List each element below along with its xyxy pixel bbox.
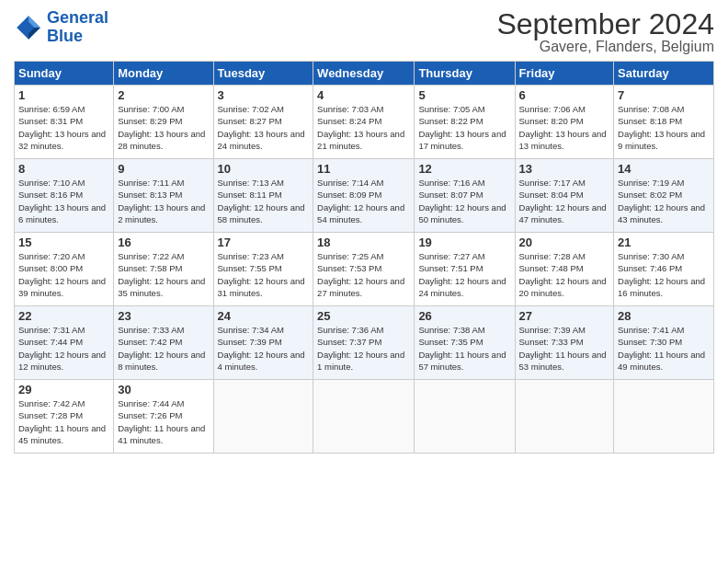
- day-detail: Sunrise: 7:39 AMSunset: 7:33 PMDaylight:…: [519, 325, 607, 372]
- calendar-week-row: 29 Sunrise: 7:42 AMSunset: 7:28 PMDaylig…: [15, 380, 714, 454]
- day-detail: Sunrise: 7:17 AMSunset: 8:04 PMDaylight:…: [519, 178, 607, 224]
- day-detail: Sunrise: 7:36 AMSunset: 7:37 PMDaylight:…: [317, 325, 404, 372]
- day-number: 20: [519, 236, 610, 249]
- header-thursday: Thursday: [415, 62, 515, 86]
- day-detail: Sunrise: 7:08 AMSunset: 8:18 PMDaylight:…: [618, 104, 705, 151]
- day-number: 28: [618, 309, 710, 323]
- day-detail: Sunrise: 7:05 AMSunset: 8:22 PMDaylight:…: [418, 104, 506, 151]
- day-number: 3: [218, 88, 310, 102]
- calendar-week-row: 15 Sunrise: 7:20 AMSunset: 8:00 PMDaylig…: [15, 233, 714, 306]
- table-row: 2 Sunrise: 7:00 AMSunset: 8:29 PMDayligh…: [114, 86, 213, 159]
- day-detail: Sunrise: 7:27 AMSunset: 7:51 PMDaylight:…: [418, 251, 506, 298]
- day-number: 27: [519, 309, 610, 323]
- header-tuesday: Tuesday: [213, 62, 313, 86]
- day-detail: Sunrise: 7:03 AMSunset: 8:24 PMDaylight:…: [317, 104, 404, 151]
- day-number: 11: [317, 162, 410, 176]
- table-row: 3 Sunrise: 7:02 AMSunset: 8:27 PMDayligh…: [213, 86, 313, 159]
- day-detail: Sunrise: 7:30 AMSunset: 7:46 PMDaylight:…: [618, 251, 705, 298]
- table-row: 20 Sunrise: 7:28 AMSunset: 7:48 PMDaylig…: [515, 233, 614, 306]
- table-row: 10 Sunrise: 7:13 AMSunset: 8:11 PMDaylig…: [213, 159, 313, 233]
- day-number: 7: [618, 88, 710, 102]
- day-detail: Sunrise: 7:38 AMSunset: 7:35 PMDaylight:…: [418, 325, 506, 372]
- table-row: 1 Sunrise: 6:59 AMSunset: 8:31 PMDayligh…: [15, 86, 114, 159]
- table-row: 25 Sunrise: 7:36 AMSunset: 7:37 PMDaylig…: [313, 306, 415, 380]
- day-number: 1: [18, 88, 109, 102]
- day-number: 5: [418, 88, 510, 102]
- month-title: September 2024: [496, 9, 714, 39]
- day-detail: Sunrise: 7:44 AMSunset: 7:26 PMDaylight:…: [118, 398, 205, 445]
- table-row: 15 Sunrise: 7:20 AMSunset: 8:00 PMDaylig…: [15, 233, 114, 306]
- logo-icon: [14, 13, 43, 42]
- day-detail: Sunrise: 7:14 AMSunset: 8:09 PMDaylight:…: [317, 178, 404, 224]
- header-monday: Monday: [114, 62, 213, 86]
- calendar-week-row: 22 Sunrise: 7:31 AMSunset: 7:44 PMDaylig…: [15, 306, 714, 380]
- logo-line2: Blue: [47, 27, 83, 45]
- table-row: 27 Sunrise: 7:39 AMSunset: 7:33 PMDaylig…: [515, 306, 614, 380]
- day-number: 4: [317, 88, 410, 102]
- day-detail: Sunrise: 7:34 AMSunset: 7:39 PMDaylight:…: [218, 325, 305, 372]
- table-row: 5 Sunrise: 7:05 AMSunset: 8:22 PMDayligh…: [415, 86, 515, 159]
- table-row: 9 Sunrise: 7:11 AMSunset: 8:13 PMDayligh…: [114, 159, 213, 233]
- day-number: 21: [618, 236, 710, 249]
- day-number: 13: [519, 162, 610, 176]
- logo-text: General Blue: [47, 9, 108, 46]
- day-detail: Sunrise: 7:31 AMSunset: 7:44 PMDaylight:…: [18, 325, 106, 372]
- table-row: 19 Sunrise: 7:27 AMSunset: 7:51 PMDaylig…: [415, 233, 515, 306]
- table-row: 17 Sunrise: 7:23 AMSunset: 7:55 PMDaylig…: [213, 233, 313, 306]
- table-row: 30 Sunrise: 7:44 AMSunset: 7:26 PMDaylig…: [114, 380, 213, 454]
- day-detail: Sunrise: 7:23 AMSunset: 7:55 PMDaylight:…: [218, 251, 305, 298]
- table-row: 6 Sunrise: 7:06 AMSunset: 8:20 PMDayligh…: [515, 86, 614, 159]
- day-number: 25: [317, 309, 410, 323]
- table-row: 22 Sunrise: 7:31 AMSunset: 7:44 PMDaylig…: [15, 306, 114, 380]
- table-row: 4 Sunrise: 7:03 AMSunset: 8:24 PMDayligh…: [313, 86, 415, 159]
- page-container: General Blue September 2024 Gavere, Flan…: [0, 0, 728, 463]
- day-number: 29: [18, 383, 109, 396]
- table-row: 21 Sunrise: 7:30 AMSunset: 7:46 PMDaylig…: [614, 233, 714, 306]
- table-row: 16 Sunrise: 7:22 AMSunset: 7:58 PMDaylig…: [114, 233, 213, 306]
- day-number: 17: [218, 236, 310, 249]
- day-detail: Sunrise: 7:16 AMSunset: 8:07 PMDaylight:…: [418, 178, 506, 224]
- day-detail: Sunrise: 7:10 AMSunset: 8:16 PMDaylight:…: [18, 178, 106, 224]
- table-row: 18 Sunrise: 7:25 AMSunset: 7:53 PMDaylig…: [313, 233, 415, 306]
- day-number: 12: [418, 162, 510, 176]
- day-number: 30: [118, 383, 209, 396]
- day-number: 23: [118, 309, 209, 323]
- header-wednesday: Wednesday: [313, 62, 415, 86]
- day-detail: Sunrise: 7:11 AMSunset: 8:13 PMDaylight:…: [118, 178, 205, 224]
- day-number: 26: [418, 309, 510, 323]
- table-row: 7 Sunrise: 7:08 AMSunset: 8:18 PMDayligh…: [614, 86, 714, 159]
- day-detail: Sunrise: 7:33 AMSunset: 7:42 PMDaylight:…: [118, 325, 205, 372]
- table-row: 12 Sunrise: 7:16 AMSunset: 8:07 PMDaylig…: [415, 159, 515, 233]
- day-detail: Sunrise: 7:13 AMSunset: 8:11 PMDaylight:…: [218, 178, 305, 224]
- table-row: 24 Sunrise: 7:34 AMSunset: 7:39 PMDaylig…: [213, 306, 313, 380]
- logo: General Blue: [14, 9, 108, 46]
- title-block: September 2024 Gavere, Flanders, Belgium: [496, 9, 714, 55]
- table-row: [213, 380, 313, 454]
- table-row: 29 Sunrise: 7:42 AMSunset: 7:28 PMDaylig…: [15, 380, 114, 454]
- calendar-table: Sunday Monday Tuesday Wednesday Thursday…: [14, 61, 714, 454]
- header: General Blue September 2024 Gavere, Flan…: [14, 9, 714, 55]
- day-detail: Sunrise: 7:28 AMSunset: 7:48 PMDaylight:…: [519, 251, 607, 298]
- calendar-week-row: 8 Sunrise: 7:10 AMSunset: 8:16 PMDayligh…: [15, 159, 714, 233]
- header-sunday: Sunday: [15, 62, 114, 86]
- calendar-week-row: 1 Sunrise: 6:59 AMSunset: 8:31 PMDayligh…: [15, 86, 714, 159]
- table-row: [313, 380, 415, 454]
- location-title: Gavere, Flanders, Belgium: [496, 39, 714, 55]
- table-row: 23 Sunrise: 7:33 AMSunset: 7:42 PMDaylig…: [114, 306, 213, 380]
- day-number: 15: [18, 236, 109, 249]
- day-number: 16: [118, 236, 209, 249]
- table-row: 8 Sunrise: 7:10 AMSunset: 8:16 PMDayligh…: [15, 159, 114, 233]
- day-detail: Sunrise: 7:25 AMSunset: 7:53 PMDaylight:…: [317, 251, 404, 298]
- day-detail: Sunrise: 7:20 AMSunset: 8:00 PMDaylight:…: [18, 251, 106, 298]
- table-row: [415, 380, 515, 454]
- day-number: 22: [18, 309, 109, 323]
- table-row: 26 Sunrise: 7:38 AMSunset: 7:35 PMDaylig…: [415, 306, 515, 380]
- header-friday: Friday: [515, 62, 614, 86]
- day-detail: Sunrise: 7:41 AMSunset: 7:30 PMDaylight:…: [618, 325, 705, 372]
- header-saturday: Saturday: [614, 62, 714, 86]
- day-number: 8: [18, 162, 109, 176]
- day-number: 18: [317, 236, 410, 249]
- table-row: 11 Sunrise: 7:14 AMSunset: 8:09 PMDaylig…: [313, 159, 415, 233]
- calendar-header-row: Sunday Monday Tuesday Wednesday Thursday…: [15, 62, 714, 86]
- table-row: 28 Sunrise: 7:41 AMSunset: 7:30 PMDaylig…: [614, 306, 714, 380]
